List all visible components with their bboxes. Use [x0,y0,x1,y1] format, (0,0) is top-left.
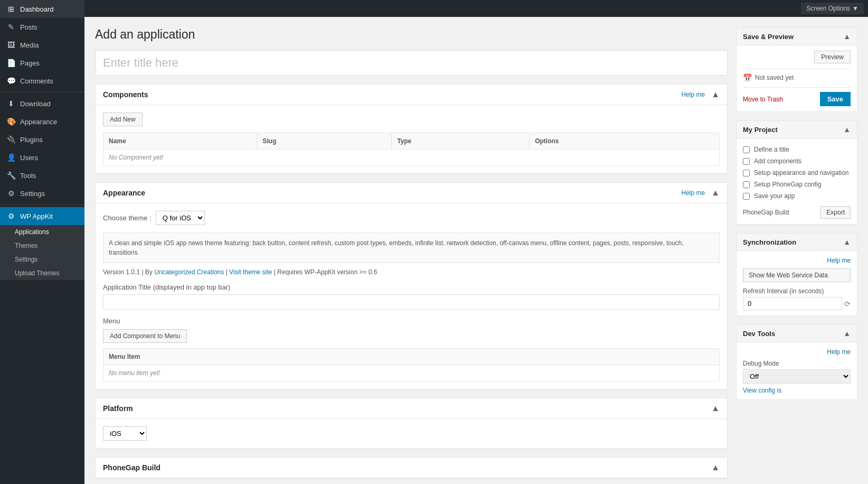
my-project-toggle[interactable]: ▲ [843,125,851,134]
components-panel-toggle[interactable]: ▲ [711,90,720,99]
save-button[interactable]: Save [820,92,851,106]
phonegap-panel: PhoneGap Build ▲ [95,457,728,479]
no-menu-item-row: No menu item yet! [103,365,720,381]
sidebar-item-download[interactable]: ⬇ Download [0,95,84,113]
dev-help-row: Help me [743,348,851,356]
move-to-trash-link[interactable]: Move to Trash [743,96,783,103]
calendar-icon: 📅 [743,73,752,82]
project-item-3: Setup PhoneGap config [743,179,851,190]
title-input[interactable] [95,50,728,76]
download-icon: ⬇ [6,99,16,108]
sidebar-item-dashboard[interactable]: ⊞ Dashboard [0,0,84,18]
refresh-input-row: ⟳ [743,297,851,310]
app-title-label: Application Title (displayed in app top … [103,283,720,291]
tools-icon: 🔧 [6,171,16,180]
debug-mode-label: Debug Mode [743,360,851,367]
not-saved-row: 📅 Not saved yet [743,73,851,82]
sync-help-row: Help me [743,256,851,264]
plugins-icon: 🔌 [6,135,16,144]
sidebar-item-appearance[interactable]: 🎨 Appearance [0,113,84,131]
no-component-row: No Component yet! [103,150,720,166]
phonegap-build-label: PhoneGap Build [743,209,789,216]
menu-label: Menu [103,317,720,325]
theme-author-link[interactable]: Uncategorized Creations [154,268,224,276]
platform-select[interactable]: iOS Android [103,426,147,441]
no-menu-item-text: No menu item yet! [103,365,720,381]
screen-options-button[interactable]: Screen Options ▼ [801,3,864,14]
sidebar-item-media[interactable]: 🖼 Media [0,36,84,54]
project-check-1[interactable] [743,158,750,165]
dev-help-link[interactable]: Help me [827,348,851,356]
preview-row: Preview [743,51,851,63]
col-slug: Slug [257,133,392,150]
preview-button[interactable]: Preview [814,51,851,63]
my-project-list: Define a title Add components Setup appe… [743,144,851,202]
project-item-4: Save your app [743,190,851,202]
app-title-input[interactable] [103,294,720,310]
sidebar-item-users[interactable]: 👤 Users [0,148,84,166]
sidebar-item-upload-themes[interactable]: Upload Themes [0,266,84,280]
visit-theme-link[interactable]: Visit theme site [229,268,272,276]
appearance-panel-toggle[interactable]: ▲ [711,188,720,198]
project-check-4[interactable] [743,193,750,200]
menu-item-col: Menu Item [103,349,720,365]
sidebar-divider-1 [0,92,84,92]
show-webservice-button[interactable]: Show Me Web Service Data [743,268,851,282]
appearance-panel-header: Appearance Help me ▲ [96,183,727,203]
content-area: Add an application Components Help me ▲ … [95,27,728,484]
project-check-2[interactable] [743,170,750,176]
refresh-interval-input[interactable] [743,297,842,310]
appearance-help-link[interactable]: Help me [681,189,705,197]
save-preview-header: Save & Preview ▲ [737,28,857,45]
phonegap-panel-header: PhoneGap Build ▲ [96,458,727,478]
sync-help-link[interactable]: Help me [827,257,851,264]
phonegap-panel-toggle[interactable]: ▲ [711,463,720,472]
project-item-1: Add components [743,155,851,167]
sidebar-item-themes[interactable]: Themes [0,239,84,253]
dev-tools-header: Dev Tools ▲ [737,325,857,342]
appearance-panel-body: Choose theme : Q for iOS A clean and sim… [96,203,727,389]
sidebar-item-settings[interactable]: ⚙ Settings [0,184,84,202]
col-type: Type [392,133,530,150]
project-check-0[interactable] [743,146,750,153]
save-preview-toggle[interactable]: ▲ [843,32,851,41]
wp-appkit-icon: ⚙ [6,212,16,220]
components-help-link[interactable]: Help me [681,91,705,98]
debug-mode-select[interactable]: Off On [743,369,851,384]
no-component-text: No Component yet! [103,150,720,166]
add-component-to-menu-button[interactable]: Add Component to Menu [103,329,187,343]
theme-row: Choose theme : Q for iOS [103,211,720,225]
save-preview-panel: Save & Preview ▲ Preview 📅 Not saved yet… [736,27,857,112]
dev-tools-body: Help me Debug Mode Off On View config is [737,342,857,399]
components-panel: Components Help me ▲ Add New Name Slug T… [95,84,728,174]
sidebar-item-wp-appkit[interactable]: ⚙ WP AppKit [0,207,84,225]
project-check-3[interactable] [743,181,750,188]
right-sidebar: Save & Preview ▲ Preview 📅 Not saved yet… [736,27,857,484]
export-button[interactable]: Export [820,206,851,219]
platform-panel-body: iOS Android [96,419,727,448]
theme-select[interactable]: Q for iOS [156,211,205,225]
posts-icon: ✎ [6,23,16,31]
add-new-component-button[interactable]: Add New [103,113,143,126]
sidebar-divider-2 [0,204,84,205]
media-icon: 🖼 [6,41,16,49]
platform-panel-toggle[interactable]: ▲ [711,404,720,413]
sidebar-item-plugins[interactable]: 🔌 Plugins [0,131,84,148]
sidebar-item-pages[interactable]: 📄 Pages [0,54,84,72]
synchronization-toggle[interactable]: ▲ [843,238,851,246]
sidebar-item-comments[interactable]: 💬 Comments [0,72,84,90]
sidebar-item-settings-sub[interactable]: Settings [0,253,84,266]
appearance-panel-title: Appearance [103,189,145,197]
project-item-0: Define a title [743,144,851,155]
collapse-menu[interactable]: ◀ Collapse menu [0,481,84,484]
dev-tools-toggle[interactable]: ▲ [843,329,851,338]
sidebar-item-tools[interactable]: 🔧 Tools [0,166,84,184]
view-config-link[interactable]: View config is [743,387,851,394]
synchronization-title: Synchronization [743,238,796,246]
sidebar-item-applications[interactable]: Applications [0,225,84,239]
phonegap-row: PhoneGap Build Export [743,206,851,219]
dashboard-icon: ⊞ [6,5,16,13]
my-project-title: My Project [743,126,778,134]
wp-appkit-submenu: Applications Themes Settings Upload Them… [0,225,84,280]
sidebar-item-posts[interactable]: ✎ Posts [0,18,84,36]
